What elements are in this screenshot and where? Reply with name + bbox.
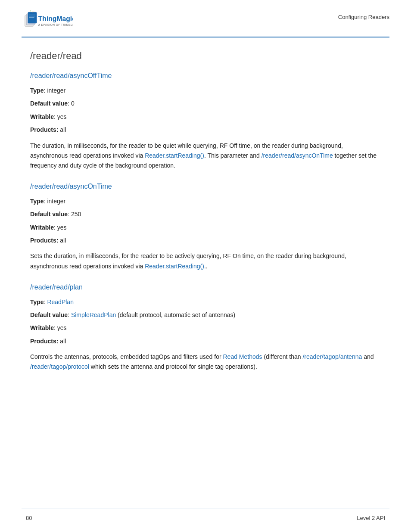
label-writable-2: Writable (30, 324, 54, 331)
link-read-methods[interactable]: Read Methods (223, 353, 262, 360)
field-products-2: Products: all (30, 336, 381, 346)
subsection-link-asyncOnTime[interactable]: /reader/read/asyncOnTime (30, 183, 112, 190)
description-asyncOffTime: The duration, in milliseconds, for the r… (30, 141, 381, 171)
label-type-2: Type (30, 299, 44, 305)
label-default-1: Default value (30, 211, 68, 218)
value-writable-0: yes (57, 113, 67, 120)
footer: 80 Level 2 API (0, 515, 411, 521)
subsection-title-asyncOffTime: /reader/read/asyncOffTime (30, 72, 381, 80)
subsection-title-asyncOnTime: /reader/read/asyncOnTime (30, 183, 381, 190)
page-number: 80 (26, 515, 32, 521)
svg-text:ThingMagic: ThingMagic (38, 15, 73, 22)
field-writable-0: Writable: yes (30, 112, 381, 121)
label-default-0: Default value (30, 100, 68, 107)
label-writable-1: Writable (30, 224, 54, 231)
colon-default-2: : (68, 311, 71, 318)
label-products-0: Products: (30, 126, 58, 133)
link-asyncOnTime[interactable]: /reader/read/asyncOnTime (262, 152, 333, 159)
value-default-1: 250 (71, 211, 81, 218)
field-default-2: Default value: SimpleReadPlan (default p… (30, 310, 381, 320)
document-title: Level 2 API (357, 515, 385, 521)
page: ThingMagic A DIVISION OF TRIMBLE Configu… (0, 0, 411, 532)
value-writable-1: yes (57, 224, 67, 231)
value-default-0: 0 (71, 100, 75, 107)
colon-default-0: : (68, 100, 71, 107)
label-type-1: Type (30, 198, 44, 205)
value-products-1: all (60, 237, 66, 244)
label-writable-0: Writable (30, 113, 54, 120)
field-default-0: Default value: 0 (30, 99, 381, 108)
link-tagop-antenna[interactable]: /reader/tagop/antenna (302, 353, 362, 360)
field-type-1: Type: integer (30, 196, 381, 206)
label-products-1: Products: (30, 237, 58, 244)
field-default-1: Default value: 250 (30, 209, 381, 219)
value-type-2-link[interactable]: ReadPlan (47, 299, 74, 305)
colon-writable-1: : (54, 224, 57, 231)
label-products-2: Products: (30, 338, 58, 345)
section-title: /reader/read (30, 50, 381, 62)
footer-rule (22, 508, 389, 508)
value-writable-2: yes (57, 324, 67, 331)
colon-default-1: : (68, 211, 71, 218)
subsection-link-asyncOffTime[interactable]: /reader/read/asyncOffTime (30, 72, 112, 79)
link-startReading-0[interactable]: Reader.startReading() (145, 152, 204, 159)
colon-writable-2: : (54, 324, 57, 331)
value-type-1: integer (47, 198, 65, 205)
subsection-asyncOnTime: /reader/read/asyncOnTime Type: integer D… (30, 183, 381, 271)
header: ThingMagic A DIVISION OF TRIMBLE Configu… (0, 0, 411, 33)
label-default-2: Default value (30, 311, 68, 318)
subsection-link-plan[interactable]: /reader/read/plan (30, 283, 83, 291)
description-plan: Controls the antennas, protocols, embedd… (30, 352, 381, 372)
field-type-0: Type: integer (30, 86, 381, 95)
logo-area: ThingMagic A DIVISION OF TRIMBLE (22, 9, 73, 33)
link-startReading-1[interactable]: Reader.startReading() (145, 263, 204, 270)
subsection-plan: /reader/read/plan Type: ReadPlan Default… (30, 283, 381, 372)
field-type-2: Type: ReadPlan (30, 297, 381, 307)
colon-writable-0: : (54, 113, 57, 120)
subsection-title-plan: /reader/read/plan (30, 283, 381, 291)
field-writable-1: Writable: yes (30, 223, 381, 232)
svg-rect-2 (28, 12, 37, 23)
value-products-0: all (60, 126, 66, 133)
field-writable-2: Writable: yes (30, 323, 381, 333)
subsection-asyncOffTime: /reader/read/asyncOffTime Type: integer … (30, 72, 381, 171)
value-default-2-suffix: (default protocol, automatic set of ante… (116, 311, 235, 318)
svg-text:A DIVISION OF TRIMBLE: A DIVISION OF TRIMBLE (38, 23, 73, 26)
field-products-1: Products: all (30, 236, 381, 245)
link-tagop-protocol[interactable]: /reader/tagop/protocol (30, 363, 89, 370)
description-asyncOnTime: Sets the duration, in milliseconds, for … (30, 251, 381, 271)
value-products-2: all (60, 338, 66, 345)
logo-icon: ThingMagic A DIVISION OF TRIMBLE (22, 9, 73, 33)
value-default-2-link[interactable]: SimpleReadPlan (71, 311, 116, 318)
value-type-0: integer (47, 87, 65, 94)
field-products-0: Products: all (30, 125, 381, 134)
label-type-0: Type (30, 87, 44, 94)
main-content: /reader/read /reader/read/asyncOffTime T… (0, 37, 411, 410)
chapter-title: Configuring Readers (338, 9, 389, 20)
